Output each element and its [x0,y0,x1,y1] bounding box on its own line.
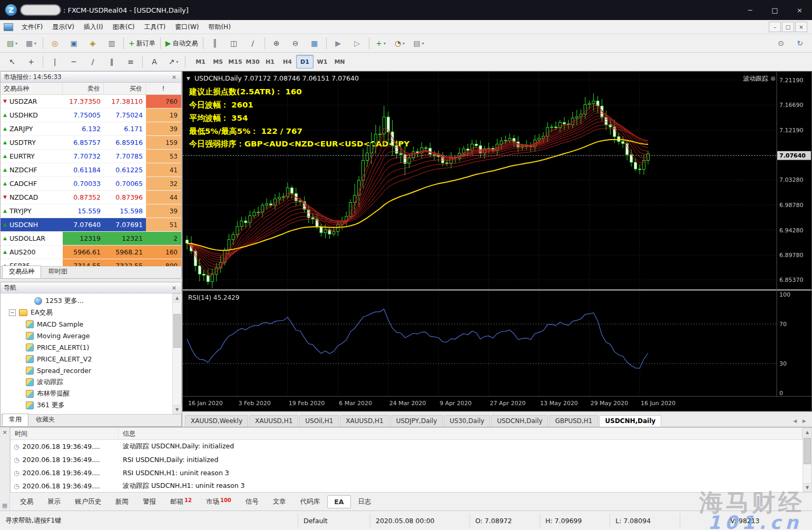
arrows-button[interactable]: ↗▾ [164,54,183,69]
market-watch-row[interactable]: ▼USDZAR17.3735017.38110760 [1,95,181,109]
chart-tabs-right-icon[interactable]: ▶ [800,417,808,425]
profiles-button[interactable]: ▦▾ [22,36,41,51]
menu-item-工具(T)[interactable]: 工具(T) [140,21,171,33]
navigator-tab-收藏夹[interactable]: 收藏夹 [29,414,62,426]
market-watch-tab-即时图[interactable]: 即时图 [42,266,74,278]
chart-tab[interactable]: USDCNH,Daily [599,415,661,427]
terminal-close-icon[interactable]: × [2,429,7,436]
terminal-grid-icon[interactable]: ▦ [2,502,7,509]
menu-item-图表(C)[interactable]: 图表(C) [108,21,140,33]
market-watch-toggle-button[interactable]: ◎ [45,36,64,51]
menu-item-显示(V)[interactable]: 显示(V) [47,21,79,33]
candlestick-chart-button[interactable]: ◫ [224,36,243,51]
market-watch-row[interactable]: ▲USDCNH7.076407.0769151 [1,218,181,232]
terminal-tab-日志[interactable]: 日志 [351,495,378,509]
navigator-item[interactable]: 波动跟踪 [1,376,172,388]
market-watch-row[interactable]: ▲CADCHF0.700330.7006532 [1,177,181,191]
column-ask[interactable]: 买价 [104,83,146,94]
terminal-toggle-button[interactable]: ▥ [102,36,121,51]
chart-shift-button[interactable]: ▷ [348,36,367,51]
market-watch-row[interactable]: ▲ZARJPY6.1326.17139 [1,122,181,136]
scrollbar-thumb[interactable] [804,438,811,464]
collapse-icon[interactable]: − [9,309,16,316]
chart-tab[interactable]: US30,Daily [444,415,490,427]
column-spread[interactable]: ! [146,83,181,94]
column-bid[interactable]: 卖价 [63,83,104,94]
menu-item-插入(I)[interactable]: 插入(I) [79,21,108,33]
timeframe-w1-button[interactable]: W1 [314,55,331,68]
market-watch-row[interactable]: ▲NZDCHF0.611840.6122541 [1,163,181,177]
navigator-item[interactable]: Moving Average [1,330,172,341]
maximize-button[interactable]: □ [762,0,787,20]
market-watch-row[interactable]: ▲USDHKD7.750057.7502419 [1,109,181,122]
market-watch-row[interactable]: ▲USDTRY6.857576.85916159 [1,136,181,150]
menu-item-窗口(W)[interactable]: 窗口(W) [170,21,203,33]
navigator-item[interactable]: MACD Sample [1,318,172,330]
navigator-item[interactable]: −EA交易 [1,307,172,318]
navigator-close-icon[interactable]: × [170,284,178,291]
terminal-tab-新闻[interactable]: 新闻 [109,495,135,509]
market-watch-row[interactable]: ▲TRYJPY15.55915.59839 [1,204,181,218]
navigator-item[interactable]: Spread_recorder [1,365,172,376]
chart-tab[interactable]: XAUUSD,H1 [249,415,298,427]
timeframe-h4-button[interactable]: H4 [279,55,296,68]
terminal-tab-信号[interactable]: 信号 [239,495,266,509]
tile-windows-button[interactable]: ▦ [305,36,324,51]
navigator-item[interactable]: PRICE_ALERT(1) [1,341,172,353]
periods-button[interactable]: ◔▾ [390,36,409,51]
terminal-tab-代码库[interactable]: 代码库 [294,495,327,509]
scroll-up-icon[interactable]: ▲ [172,293,182,302]
close-button[interactable]: × [787,0,812,20]
timeframe-m15-button[interactable]: M15 [227,55,244,68]
indicators-button[interactable]: +▾ [371,36,390,51]
chart-tab[interactable]: USOil,H1 [299,415,339,427]
zoom-in-button[interactable]: ⊕ [267,36,286,51]
timeframe-h1-button[interactable]: H1 [261,55,279,68]
templates-button[interactable]: ▤▾ [409,36,428,51]
navigator-item[interactable]: PRICE_ALERT_V2 [1,353,172,365]
price-chart[interactable]: 建议止损点数(2.5ATR)： 160今日波幅： 2601平均波幅： 354最低… [183,72,811,411]
terminal-tab-展示[interactable]: 展示 [41,495,67,509]
market-watch-row[interactable]: ▲EURTRY7.707327.7078553 [1,150,181,163]
menu-item-帮助(H)[interactable]: 帮助(H) [203,21,235,33]
trendline-button[interactable]: / [83,54,102,69]
market-watch-row[interactable]: ▲USDOLLAR12319123212 [1,232,181,246]
terminal-tab-邮箱[interactable]: 邮箱12 [163,495,199,509]
terminal-tab-市场[interactable]: 市场100 [199,495,238,509]
chart-tab[interactable]: USDJPY,Daily [390,415,443,427]
child-minimize-button[interactable]: – [769,22,781,32]
navigator-item[interactable]: 布林带提醒 [1,388,172,399]
terminal-tab-文章[interactable]: 文章 [266,495,293,509]
crosshair-button[interactable]: + [22,54,41,69]
timeframe-m1-button[interactable]: M1 [192,55,209,68]
timeframe-mn-button[interactable]: MN [331,55,348,68]
new-chart-button[interactable]: ▤▾ [3,36,22,51]
column-symbol[interactable]: 交易品种 [1,83,63,94]
scrollbar-thumb[interactable] [173,314,181,348]
market-watch-tab-交易品种[interactable]: 交易品种 [2,266,41,278]
zoom-out-button[interactable]: ⊖ [286,36,305,51]
terminal-tab-警报[interactable]: 警报 [136,495,163,509]
menu-item-文件(F)[interactable]: 文件(F) [17,21,47,33]
child-close-button[interactable]: × [795,22,807,32]
market-watch-close-icon[interactable]: × [170,74,178,81]
line-chart-button[interactable]: / [243,36,262,51]
market-watch-row[interactable]: ▼NZDCAD0.873520.8739644 [1,191,181,204]
child-restore-button[interactable]: □ [782,22,794,32]
chart-tab[interactable]: XAUUSD,H1 [340,415,389,427]
vertical-line-button[interactable]: | [45,54,64,69]
new-order-button[interactable]: +新订单 [126,36,158,51]
navigator-tab-常用[interactable]: 常用 [2,414,28,426]
chart-tab[interactable]: USDCNH,Daily [491,415,548,427]
chart-tabs-left-icon[interactable]: ◀ [791,417,799,425]
market-watch-row[interactable]: ▲AUS2005966.615968.21160 [1,246,181,259]
navigator-item[interactable]: 361 更多 [1,399,172,411]
text-button[interactable]: A [145,54,164,69]
terminal-scrollbar[interactable]: ▲ ▼ [803,428,811,492]
chart-tab[interactable]: XAUUSD,Weekly [185,415,248,427]
navigator-scrollbar[interactable]: ▲ ▼ [172,293,181,414]
terminal-tab-账户历史[interactable]: 账户历史 [68,495,108,509]
horizontal-line-button[interactable]: ─ [64,54,83,69]
terminal-tab-交易[interactable]: 交易 [13,495,40,509]
cursor-button[interactable]: ↖ [3,54,22,69]
